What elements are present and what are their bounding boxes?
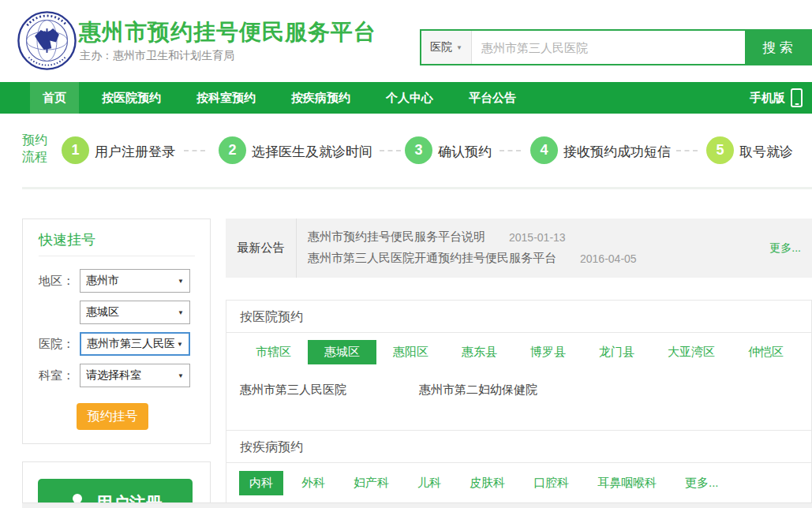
flow-step-3-badge: 3: [405, 136, 432, 164]
search-button[interactable]: 搜 索: [745, 31, 810, 64]
nav-item-personal-center[interactable]: 个人中心: [373, 82, 446, 114]
quick-booking-title: 快速挂号: [39, 230, 95, 249]
disease-tab-internal[interactable]: 内科: [239, 471, 283, 495]
site-subtitle: 主办：惠州市卫生和计划生育局: [80, 49, 234, 63]
nav-item-by-disease[interactable]: 按疾病预约: [279, 82, 363, 114]
disease-tab-pediatrics[interactable]: 儿科: [407, 471, 451, 495]
by-hospital-panel: 按医院预约 市辖区 惠城区 惠阳区 惠东县 博罗县 龙门县 大亚湾区 仲恺区 惠…: [226, 300, 812, 430]
flow-connector: [500, 150, 521, 151]
flow-step-2-badge: 2: [219, 136, 246, 164]
flow-connector: [380, 150, 401, 151]
district-tab-zhongkai[interactable]: 仲恺区: [732, 340, 800, 364]
caret-down-icon: ▼: [177, 341, 183, 348]
flow-label: 预约 流程: [22, 132, 47, 165]
disease-tab-dental[interactable]: 口腔科: [523, 471, 579, 495]
announcements-more-link[interactable]: 更多...: [769, 241, 801, 256]
department-label: 科室：: [39, 368, 80, 383]
nav-item-home[interactable]: 首页: [30, 82, 79, 114]
by-disease-panel: 按疾病预约 内科 外科 妇产科 儿科 皮肤科 口腔科 耳鼻咽喉科 更多...: [226, 430, 812, 508]
flow-connector: [184, 150, 205, 151]
district-tab-row: 市辖区 惠城区 惠阳区 惠东县 博罗县 龙门县 大亚湾区 仲恺区: [226, 333, 811, 364]
flow-step-4-label: 接收预约成功短信: [563, 143, 671, 161]
announcement-item: 惠州市第三人民医院开通预约挂号便民服务平台 2016-04-05: [308, 248, 637, 269]
nav-item-by-hospital[interactable]: 按医院预约: [89, 82, 174, 114]
district-tab-boluo[interactable]: 博罗县: [514, 340, 582, 364]
caret-down-icon: ▼: [178, 309, 184, 316]
page-title: 惠州市预约挂号便民服务平台: [79, 17, 376, 47]
by-hospital-title: 按医院预约: [226, 301, 811, 333]
announcement-item: 惠州市预约挂号便民服务平台说明 2015-01-13: [308, 226, 637, 248]
mobile-version-link[interactable]: 手机版: [750, 82, 803, 114]
flow-step-4-badge: 4: [530, 136, 558, 164]
announcement-date: 2015-01-13: [509, 231, 566, 244]
book-appointment-button[interactable]: 预约挂号: [77, 403, 148, 430]
health-ministry-seal-logo[interactable]: [17, 10, 77, 71]
page-bottom-strip: [22, 502, 812, 508]
hospital-link-row: 惠州市第三人民医院 惠州市第二妇幼保健院: [226, 364, 811, 398]
search-category-label: 医院: [430, 40, 452, 54]
disease-tab-more[interactable]: 更多...: [675, 471, 729, 495]
disease-tab-row: 内科 外科 妇产科 儿科 皮肤科 口腔科 耳鼻咽喉科 更多...: [226, 463, 811, 495]
flow-step-3-label: 确认预约: [438, 143, 492, 161]
search-category-dropdown[interactable]: 医院 ▼: [421, 31, 472, 64]
flow-step-2-label: 选择医生及就诊时间: [252, 143, 372, 161]
nav-item-by-department[interactable]: 按科室预约: [184, 82, 268, 114]
district-tab-huicheng[interactable]: 惠城区: [308, 340, 376, 364]
hospital-label: 医院：: [39, 337, 80, 352]
district-tab-shixiaqu[interactable]: 市辖区: [239, 340, 308, 364]
department-select[interactable]: 请选择科室 ▼: [80, 364, 190, 387]
mobile-phone-icon: [791, 88, 803, 107]
hospital-link[interactable]: 惠州市第三人民医院: [240, 383, 346, 398]
page: 惠州市预约挂号便民服务平台 主办：惠州市卫生和计划生育局 医院 ▼ 搜 索 首页…: [0, 0, 812, 508]
disease-tab-surgery[interactable]: 外科: [291, 471, 335, 495]
district-tab-huidong[interactable]: 惠东县: [445, 340, 514, 364]
main-nav: 首页 按医院预约 按科室预约 按疾病预约 个人中心 平台公告 手机版: [0, 82, 812, 114]
district-select[interactable]: 惠城区 ▼: [80, 301, 190, 324]
by-disease-title: 按疾病预约: [226, 431, 811, 463]
district-tab-huiyang[interactable]: 惠阳区: [376, 340, 445, 364]
caret-down-icon: ▼: [178, 372, 184, 379]
flow-step-1-label: 用户注册登录: [95, 143, 175, 161]
header: 惠州市预约挂号便民服务平台 主办：惠州市卫生和计划生育局 医院 ▼ 搜 索: [0, 0, 812, 82]
section-divider: [22, 187, 812, 189]
announcements-title: 最新公告: [226, 219, 297, 278]
register-panel: 用户注册: [22, 461, 211, 508]
district-tab-dayawan[interactable]: 大亚湾区: [651, 340, 732, 364]
flow-step-5-badge: 5: [706, 136, 734, 164]
flow-step-1-badge: 1: [62, 136, 89, 164]
announcements-panel: 最新公告 惠州市预约挂号便民服务平台说明 2015-01-13 惠州市第三人民医…: [226, 219, 812, 278]
mobile-version-label: 手机版: [750, 91, 785, 106]
flow-connector: [676, 150, 698, 151]
city-select[interactable]: 惠州市 ▼: [80, 269, 190, 293]
flow-step-5-label: 取号就诊: [739, 143, 793, 161]
divider: [39, 256, 195, 256]
announcement-link[interactable]: 惠州市第三人民医院开通预约挂号便民服务平台: [308, 251, 556, 266]
disease-tab-dermatology[interactable]: 皮肤科: [459, 471, 515, 495]
caret-down-icon: ▼: [456, 44, 462, 51]
disease-tab-ent[interactable]: 耳鼻咽喉科: [587, 471, 667, 495]
quick-booking-panel: 快速挂号 地区： 惠州市 ▼ 惠城区 ▼ 医院： 惠州市第三人民医院 ▼ 科室：: [22, 219, 211, 444]
district-tab-longmen[interactable]: 龙门县: [582, 340, 651, 364]
search-bar: 医院 ▼ 搜 索: [420, 29, 812, 65]
nav-item-announcements[interactable]: 平台公告: [456, 82, 529, 114]
disease-tab-obgyn[interactable]: 妇产科: [343, 471, 399, 495]
hospital-select[interactable]: 惠州市第三人民医院 ▼: [80, 332, 190, 356]
hospital-link[interactable]: 惠州市第二妇幼保健院: [419, 383, 537, 398]
search-input[interactable]: [472, 31, 745, 64]
region-label: 地区：: [39, 274, 80, 289]
caret-down-icon: ▼: [178, 278, 184, 285]
booking-flow: 预约 流程 1 用户注册登录 2 选择医生及就诊时间 3 确认预约 4 接收预约…: [0, 114, 812, 188]
announcement-link[interactable]: 惠州市预约挂号便民服务平台说明: [308, 230, 485, 245]
announcement-date: 2016-04-05: [580, 252, 637, 265]
